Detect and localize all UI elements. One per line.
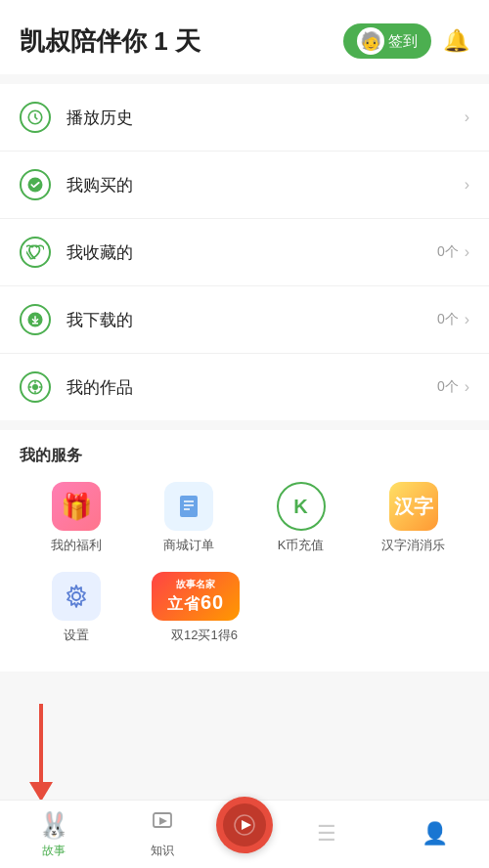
nav-item-story[interactable]: 🐰 故事: [0, 810, 109, 859]
menu-label-history: 播放历史: [67, 107, 459, 129]
nav-item-play[interactable]: [216, 816, 273, 853]
page-title: 凯叔陪伴你 1 天: [20, 24, 200, 59]
chevron-icon-3: ›: [465, 243, 469, 261]
menu-count-favorites: 0个: [437, 243, 459, 261]
service-kcoin[interactable]: K K币充值: [244, 482, 357, 554]
chevron-icon: ›: [465, 108, 469, 126]
menu-label-downloads: 我下载的: [67, 309, 437, 331]
header: 凯叔陪伴你 1 天 🧓 签到 🔔: [0, 0, 489, 74]
svg-marker-17: [159, 817, 167, 825]
bell-icon[interactable]: 🔔: [443, 28, 469, 54]
mall-orders-icon: [164, 482, 213, 531]
chevron-icon-4: ›: [465, 311, 469, 328]
menu-count-downloads: 0个: [437, 311, 459, 328]
kcoin-icon: K: [277, 482, 326, 531]
service-promo[interactable]: 故事名家 立省60 双12买1得6: [132, 572, 357, 644]
play-center-button[interactable]: [216, 797, 273, 853]
service-label-welfare: 我的福利: [51, 537, 102, 554]
svg-marker-19: [242, 820, 251, 830]
service-label-promo: 双12买1得6: [152, 627, 238, 644]
promo-top-text: 故事名家: [167, 578, 224, 591]
nav-item-4[interactable]: ☰: [273, 821, 381, 848]
story-icon: 🐰: [38, 810, 69, 841]
nav-item-knowledge[interactable]: 知识: [109, 809, 217, 859]
menu-item-favorites[interactable]: 我收藏的 0个 ›: [0, 219, 489, 286]
promo-icon: 故事名家 立省60: [152, 572, 240, 621]
nav-label-knowledge: 知识: [151, 843, 174, 859]
chevron-icon-2: ›: [465, 176, 469, 194]
knowledge-icon: [150, 809, 175, 841]
service-mall-orders[interactable]: 商城订单: [132, 482, 244, 554]
menu-label-favorites: 我收藏的: [67, 241, 437, 264]
arrow-head: [29, 782, 53, 802]
nav-label-story: 故事: [42, 843, 66, 859]
promo-main-text: 立省60: [167, 591, 224, 615]
chevron-icon-5: ›: [465, 378, 469, 396]
history-icon: [20, 102, 51, 133]
arrow-line: [39, 704, 43, 782]
sign-in-button[interactable]: 🧓 签到: [343, 23, 431, 59]
service-welfare[interactable]: 🎁 我的福利: [20, 482, 132, 554]
tab4-icon: ☰: [317, 821, 336, 846]
service-label-hanzi: 汉字消消乐: [381, 537, 445, 554]
svg-point-6: [32, 384, 38, 390]
settings-icon: [52, 572, 101, 621]
menu-item-history[interactable]: 播放历史 ›: [0, 84, 489, 152]
service-hanzi[interactable]: 汉字 汉字消消乐: [357, 482, 469, 554]
tab5-icon: 👤: [422, 821, 448, 846]
service-settings[interactable]: 设置: [20, 572, 132, 644]
menu-item-works[interactable]: 我的作品 0个 ›: [0, 354, 489, 420]
downloads-icon: [20, 304, 51, 335]
works-icon: [20, 371, 51, 403]
menu-count-works: 0个: [437, 378, 459, 396]
services-section: 我的服务 🎁 我的福利 商城订单: [0, 430, 489, 672]
menu-item-downloads[interactable]: 我下载的 0个 ›: [0, 286, 489, 354]
menu-label-works: 我的作品: [67, 376, 437, 399]
favorites-icon: [20, 237, 51, 268]
nav-item-5[interactable]: 👤: [381, 821, 490, 848]
header-actions: 🧓 签到 🔔: [343, 23, 469, 59]
welfare-icon: 🎁: [52, 482, 101, 531]
play-inner: [223, 803, 266, 846]
purchased-icon: [20, 169, 51, 200]
service-label-settings: 设置: [64, 627, 89, 644]
svg-rect-11: [180, 496, 198, 517]
arrow-annotation: [29, 704, 53, 802]
svg-point-15: [72, 592, 80, 600]
menu-label-purchased: 我购买的: [67, 174, 459, 196]
hanzi-icon: 汉字: [389, 482, 438, 531]
menu-item-purchased[interactable]: 我购买的 ›: [0, 152, 489, 219]
menu-section: 播放历史 › 我购买的 › 我收藏的 0个 ›: [0, 84, 489, 420]
sign-avatar: 🧓: [357, 27, 384, 55]
services-title: 我的服务: [20, 446, 469, 466]
service-label-kcoin: K币充值: [278, 537, 325, 554]
service-label-mall-orders: 商城订单: [163, 537, 214, 554]
bottom-nav: 🐰 故事 知识 ☰ 👤: [0, 800, 489, 868]
services-grid: 🎁 我的福利 商城订单 K K币: [20, 482, 469, 662]
